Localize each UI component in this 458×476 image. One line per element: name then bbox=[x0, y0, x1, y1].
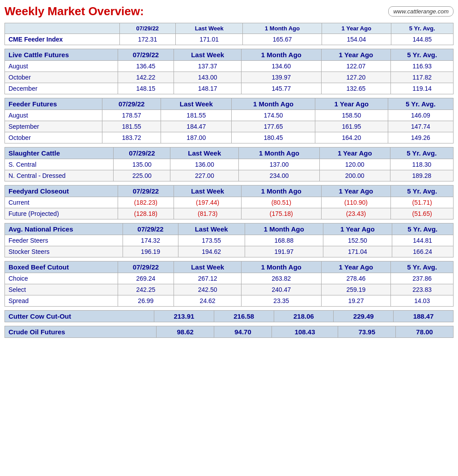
cme-val-5: 144.85 bbox=[391, 34, 453, 45]
live-cattle-col-5: 5 Yr. Avg. bbox=[391, 49, 454, 61]
national-row-1: Stocker Steers 196.19 194.62 191.97 171.… bbox=[5, 246, 454, 257]
live-cattle-col-1: 07/29/22 bbox=[118, 49, 174, 61]
slaughter-row-0: S. Central 135.00 136.00 137.00 120.00 1… bbox=[5, 159, 454, 170]
cme-label-header bbox=[5, 23, 120, 34]
cme-col-5: 5 Yr. Avg. bbox=[391, 23, 453, 34]
boxed-beef-row-2: Spread 26.99 24.62 23.35 19.27 14.03 bbox=[5, 295, 454, 307]
cme-data-row: CME Feeder Index 172.31 171.01 165.67 15… bbox=[5, 34, 454, 45]
feedyard-table: Feedyard Closeout 07/29/22 Last Week 1 M… bbox=[4, 185, 454, 219]
slaughter-table: Slaughter Cattle 07/29/22 Last Week 1 Mo… bbox=[4, 147, 454, 181]
crude-oil-label: Crude Oil Futures bbox=[5, 326, 157, 338]
cme-col-2: Last Week bbox=[175, 23, 242, 34]
feeder-futures-label: Feeder Futures bbox=[5, 98, 102, 110]
live-cattle-table: Live Cattle Futures 07/29/22 Last Week 1… bbox=[4, 49, 454, 94]
cme-val-4: 154.04 bbox=[322, 34, 391, 45]
live-cattle-col-2: Last Week bbox=[174, 49, 242, 61]
feedyard-section-header: Feedyard Closeout 07/29/22 Last Week 1 M… bbox=[5, 185, 454, 197]
cme-val-2: 171.01 bbox=[175, 34, 242, 45]
cutter-table: Cutter Cow Cut-Out 213.91 216.58 218.06 … bbox=[4, 310, 454, 322]
national-row-0: Feeder Steers 174.32 173.55 168.88 152.5… bbox=[5, 235, 454, 246]
boxed-beef-row-1: Select 242.25 242.50 240.47 259.19 223.8… bbox=[5, 284, 454, 295]
slaughter-row-1: N. Central - Dressed 225.00 227.00 234.0… bbox=[5, 170, 454, 181]
feeder-futures-row-1: September 181.55 184.47 177.65 161.95 14… bbox=[5, 121, 454, 132]
feeder-futures-table: Feeder Futures 07/29/22 Last Week 1 Mont… bbox=[4, 98, 454, 143]
site-logo: www.cattlerange.com bbox=[388, 6, 454, 17]
cme-col-1: 07/29/22 bbox=[119, 23, 175, 34]
page-header: Weekly Market Overview: www.cattlerange.… bbox=[4, 4, 454, 18]
cme-row-label: CME Feeder Index bbox=[5, 34, 120, 45]
cme-table: 07/29/22 Last Week 1 Month Ago 1 Year Ag… bbox=[4, 23, 454, 45]
crude-oil-row: Crude Oil Futures 98.62 94.70 108.43 73.… bbox=[5, 326, 454, 338]
cutter-row: Cutter Cow Cut-Out 213.91 216.58 218.06 … bbox=[5, 311, 454, 322]
national-section-header: Avg. National Prices 07/29/22 Last Week … bbox=[5, 223, 454, 235]
crude-oil-table: Crude Oil Futures 98.62 94.70 108.43 73.… bbox=[4, 326, 454, 338]
feedyard-row-1: Future (Projected) (128.18) (81.73) (175… bbox=[5, 208, 454, 219]
feeder-futures-section-header: Feeder Futures 07/29/22 Last Week 1 Mont… bbox=[5, 98, 454, 110]
boxed-beef-section-header: Boxed Beef Cutout 07/29/22 Last Week 1 M… bbox=[5, 261, 454, 273]
cutter-label: Cutter Cow Cut-Out bbox=[5, 311, 154, 322]
cme-col-4: 1 Year Ago bbox=[322, 23, 391, 34]
page-title: Weekly Market Overview: bbox=[4, 4, 144, 18]
feedyard-row-0: Current (182.23) (197.44) (80.51) (110.9… bbox=[5, 197, 454, 208]
cme-val-3: 165.67 bbox=[243, 34, 322, 45]
cme-col-3: 1 Month Ago bbox=[243, 23, 322, 34]
national-label: Avg. National Prices bbox=[5, 223, 123, 235]
cme-val-1: 172.31 bbox=[119, 34, 175, 45]
live-cattle-row-2: December 148.15 148.17 145.77 132.65 119… bbox=[5, 83, 454, 94]
boxed-beef-table: Boxed Beef Cutout 07/29/22 Last Week 1 M… bbox=[4, 261, 454, 307]
live-cattle-row2-name: December bbox=[5, 83, 118, 94]
feeder-futures-row-0: August 178.57 181.55 174.50 158.50 146.0… bbox=[5, 110, 454, 121]
feedyard-label: Feedyard Closeout bbox=[5, 185, 118, 197]
cme-header-row: 07/29/22 Last Week 1 Month Ago 1 Year Ag… bbox=[5, 23, 454, 34]
live-cattle-row-1: October 142.22 143.00 139.97 127.20 117.… bbox=[5, 72, 454, 83]
live-cattle-row-0: August 136.45 137.37 134.60 122.07 116.9… bbox=[5, 61, 454, 72]
boxed-beef-row-0: Choice 269.24 267.12 263.82 278.46 237.8… bbox=[5, 273, 454, 284]
feeder-futures-row-2: October 183.72 187.00 180.45 164.20 149.… bbox=[5, 132, 454, 143]
live-cattle-row0-name: August bbox=[5, 61, 118, 72]
live-cattle-row1-name: October bbox=[5, 72, 118, 83]
national-prices-table: Avg. National Prices 07/29/22 Last Week … bbox=[4, 223, 454, 257]
slaughter-label: Slaughter Cattle bbox=[5, 147, 114, 159]
live-cattle-col-3: 1 Month Ago bbox=[242, 49, 321, 61]
live-cattle-label: Live Cattle Futures bbox=[5, 49, 118, 61]
boxed-beef-label: Boxed Beef Cutout bbox=[5, 261, 118, 273]
live-cattle-col-4: 1 Year Ago bbox=[321, 49, 391, 61]
live-cattle-section-header: Live Cattle Futures 07/29/22 Last Week 1… bbox=[5, 49, 454, 61]
slaughter-section-header: Slaughter Cattle 07/29/22 Last Week 1 Mo… bbox=[5, 147, 454, 159]
